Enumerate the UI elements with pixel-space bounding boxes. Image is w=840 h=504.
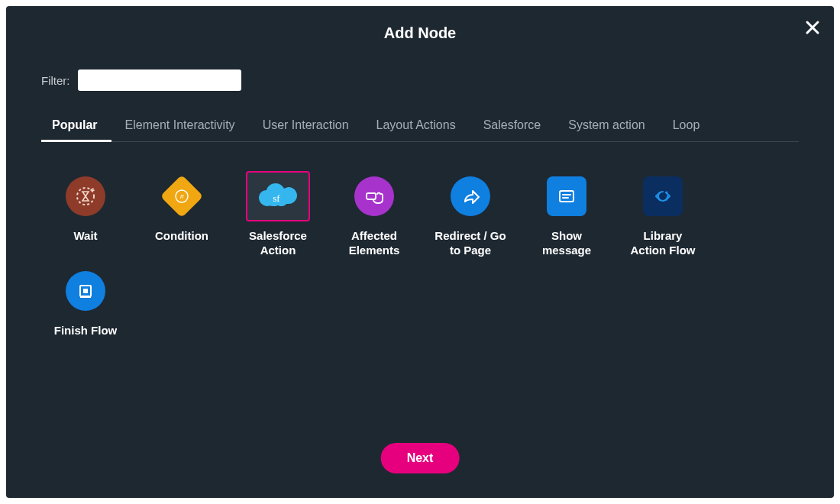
node-icon-wrap: [535, 171, 599, 221]
node-finish-flow[interactable]: Finish Flow: [41, 266, 130, 338]
tab-label: System action: [568, 118, 645, 131]
node-label: Finish Flow: [44, 324, 128, 338]
tab-popular[interactable]: Popular: [41, 118, 111, 141]
node-icon-wrap: If: [150, 171, 214, 221]
salesforce-cloud-icon: sf: [254, 180, 302, 212]
tab-label: Element Interactivity: [125, 118, 235, 131]
node-icon-wrap: [342, 171, 406, 221]
filter-label: Filter:: [41, 74, 70, 87]
node-grid: Wait If Condition: [41, 171, 799, 338]
finish-icon: [66, 271, 105, 311]
svg-text:sf: sf: [273, 192, 280, 204]
svg-rect-7: [83, 289, 88, 293]
node-icon-wrap: [438, 171, 502, 221]
node-show-message[interactable]: Show message: [522, 171, 611, 258]
node-label: Affected Elements: [332, 229, 416, 258]
node-icon-wrap: [53, 266, 118, 316]
tab-layout-actions[interactable]: Layout Actions: [363, 118, 470, 141]
close-icon: [805, 20, 820, 35]
add-node-dialog: Add Node Filter: Popular Element Interac…: [6, 6, 834, 498]
node-icon-wrap: [53, 171, 118, 221]
node-library-action-flow[interactable]: Library Action Flow: [619, 171, 707, 258]
tab-label: Layout Actions: [376, 118, 456, 131]
node-icon-wrap: sf: [246, 171, 310, 221]
message-icon: [547, 176, 586, 216]
node-label: Wait: [44, 229, 128, 244]
node-label: Salesforce Action: [236, 229, 320, 258]
tab-loop[interactable]: Loop: [659, 118, 714, 141]
filter-row: Filter:: [41, 69, 834, 91]
tab-system-action[interactable]: System action: [554, 118, 658, 141]
code-loop-icon: [643, 176, 683, 216]
condition-icon: If: [160, 175, 204, 218]
node-condition[interactable]: If Condition: [137, 171, 226, 258]
tab-label: Popular: [52, 118, 98, 131]
svg-text:If: If: [180, 193, 184, 200]
node-label: Show message: [525, 229, 609, 258]
node-label: Condition: [140, 229, 224, 244]
svg-rect-5: [560, 191, 573, 202]
tabs-bar: Popular Element Interactivity User Inter…: [41, 118, 799, 142]
close-button[interactable]: [802, 17, 823, 38]
next-button[interactable]: Next: [381, 443, 460, 473]
tab-user-interaction[interactable]: User Interaction: [249, 118, 363, 141]
node-label: Library Action Flow: [621, 229, 705, 258]
node-wait[interactable]: Wait: [41, 171, 130, 258]
tab-label: Salesforce: [483, 118, 541, 131]
tab-label: User Interaction: [263, 118, 349, 131]
node-icon-wrap: [631, 171, 695, 221]
node-affected-elements[interactable]: Affected Elements: [330, 171, 418, 258]
share-arrow-icon: [451, 176, 490, 216]
dialog-title: Add Node: [6, 6, 834, 42]
tab-element-interactivity[interactable]: Element Interactivity: [111, 118, 249, 141]
node-salesforce-action[interactable]: sf Salesforce Action: [234, 171, 322, 258]
node-label: Redirect / Go to Page: [428, 229, 512, 258]
svg-rect-4: [367, 193, 376, 199]
node-redirect[interactable]: Redirect / Go to Page: [426, 171, 515, 258]
tab-label: Loop: [673, 118, 700, 131]
tab-salesforce[interactable]: Salesforce: [470, 118, 555, 141]
filter-input[interactable]: [78, 69, 241, 91]
next-button-label: Next: [407, 451, 434, 464]
hourglass-icon: [66, 176, 105, 216]
hand-tap-icon: [354, 176, 394, 216]
